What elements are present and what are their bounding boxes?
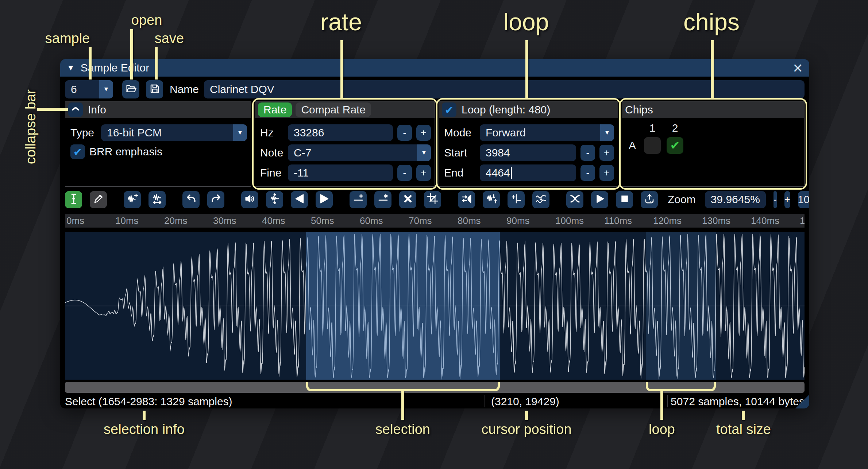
tool-apply-silence-button[interactable] — [374, 191, 391, 208]
annotation-selection-info: selection info — [104, 422, 185, 437]
annotation-outline-rate — [252, 98, 437, 190]
check-icon: ✔ — [73, 146, 82, 158]
tool-undo-button[interactable] — [182, 191, 200, 208]
annotation-line-rate — [340, 40, 343, 98]
annotation-chips: chips — [683, 8, 740, 36]
annotation-brace-selection — [306, 382, 500, 391]
wave-stretch-icon — [152, 193, 163, 206]
ruler-tick: 30ms — [212, 215, 236, 226]
stop-icon — [619, 193, 630, 206]
open-sample-button[interactable] — [122, 80, 139, 98]
window-collapse-triangle-icon[interactable]: ▼ — [67, 63, 75, 73]
ruler-tick: 50ms — [309, 215, 334, 226]
save-sample-button[interactable] — [146, 80, 163, 98]
tool-resample-icon-button[interactable] — [148, 191, 166, 208]
tool-draw-button[interactable] — [90, 191, 107, 208]
chevron-up-icon — [71, 104, 80, 116]
brr-emphasis-label: BRR emphasis — [89, 146, 162, 158]
type-combo[interactable]: 16-bit PCM ▼ — [101, 124, 247, 141]
ruler-tick: 110ms — [603, 215, 632, 226]
annotation-selection: selection — [375, 422, 430, 437]
selection-info-text: Select (1654-2983: 1329 samples) — [65, 395, 232, 408]
ruler-tick: 20ms — [163, 215, 188, 226]
ruler-tick: 100ms — [554, 215, 584, 226]
zoom-input[interactable]: 39.9645% — [705, 191, 766, 208]
chevron-down-icon[interactable]: ▼ — [99, 80, 113, 98]
cursor-position-text: (3210, 19429) — [491, 395, 559, 408]
annotation-loop: loop — [504, 8, 549, 36]
zoom-in-button[interactable]: + — [784, 191, 790, 208]
ibeam-cursor-icon — [68, 193, 79, 206]
close-icon[interactable]: × — [793, 61, 803, 75]
pencil-icon — [93, 193, 104, 206]
chevron-down-icon[interactable]: ▼ — [233, 124, 247, 141]
tool-play-button[interactable] — [591, 191, 608, 208]
annotation-outline-loop — [436, 98, 621, 190]
line-plus-icon — [353, 193, 364, 206]
line-asterisk-icon — [378, 193, 389, 206]
tool-select-button[interactable] — [65, 191, 82, 208]
page: { "ui": { "minus": "-", "plus": "+" }, "… — [0, 0, 868, 469]
type-value: 16-bit PCM — [101, 127, 233, 139]
ruler-tick: 120ms — [652, 215, 682, 226]
annotation-stem-selection — [401, 391, 404, 420]
wave-vertical-arrows-icon — [269, 193, 280, 206]
tool-invert-button[interactable] — [483, 191, 500, 208]
tool-fade-in-button[interactable] — [291, 191, 308, 208]
titlebar[interactable]: ▼ Sample Editor × — [60, 59, 809, 77]
tool-resize-button[interactable] — [124, 191, 141, 208]
loop-region-overlay[interactable] — [646, 232, 716, 380]
play-icon — [594, 193, 605, 206]
tool-fade-out-button[interactable] — [316, 191, 333, 208]
info-panel: Info Type 16-bit PCM ▼ ✔ BRR emphasis — [65, 101, 251, 187]
annotation-line-cursor-position — [525, 411, 528, 420]
wave-flip-icon — [486, 193, 497, 206]
tool-trim-button[interactable] — [424, 191, 441, 208]
tool-stop-button[interactable] — [616, 191, 633, 208]
tool-create-instrument-button[interactable] — [641, 191, 658, 208]
name-input[interactable]: Clarinet DQV — [204, 80, 805, 98]
wave-plus-icon — [127, 193, 138, 206]
tool-filter-button[interactable] — [532, 191, 549, 208]
ruler-tick: 80ms — [456, 215, 481, 226]
selection-overlay[interactable] — [306, 232, 500, 380]
status-bar: Select (1654-2983: 1329 samples) (3210, … — [65, 394, 805, 408]
resize-grip[interactable] — [795, 395, 809, 408]
tool-insert-silence-button[interactable] — [350, 191, 367, 208]
folder-open-icon — [126, 83, 136, 96]
window-title: Sample Editor — [81, 62, 793, 74]
annotation-save: save — [155, 31, 184, 46]
tool-amplify-button[interactable] — [241, 191, 258, 208]
ruler-tick: 10ms — [114, 215, 139, 226]
tool-sign-convert-button[interactable] — [508, 191, 525, 208]
type-label: Type — [70, 127, 97, 139]
tool-normalize-button[interactable] — [266, 191, 283, 208]
tool-crossfade-loop-button[interactable] — [566, 191, 583, 208]
ruler-tick: 90ms — [505, 215, 530, 226]
zoom-reset-button[interactable]: 100% — [798, 191, 809, 208]
annotation-loop-bottom: loop — [649, 422, 675, 437]
sample-select-combo[interactable]: 6 ▼ — [65, 80, 113, 98]
tool-redo-button[interactable] — [207, 191, 224, 208]
brr-emphasis-checkbox[interactable]: ✔ — [70, 144, 85, 159]
annotation-line-loop — [525, 40, 528, 98]
tool-delete-button[interactable] — [399, 191, 416, 208]
annotation-line-total-size — [742, 411, 745, 420]
sample-row: 6 ▼ Name Clarinet DQV — [65, 80, 805, 98]
annotation-cursor-position: cursor position — [481, 422, 571, 437]
annotation-line-sample — [89, 47, 92, 80]
crop-icon — [427, 193, 438, 206]
sample-number: 6 — [65, 83, 99, 96]
undo-icon — [186, 193, 197, 206]
tool-reverse-button[interactable] — [458, 191, 475, 208]
name-value: Clarinet DQV — [210, 83, 274, 96]
collapse-info-button[interactable] — [68, 102, 83, 117]
info-panel-body: Type 16-bit PCM ▼ ✔ BRR emphasis — [65, 118, 251, 186]
filter-wave-icon — [536, 193, 547, 206]
annotation-rate: rate — [320, 8, 362, 36]
annotation-line-save — [155, 47, 158, 80]
status-separator — [667, 395, 668, 407]
zoom-out-button[interactable]: - — [774, 191, 777, 208]
waveform-display[interactable] — [65, 232, 805, 380]
annotation-total-size: total size — [716, 422, 771, 437]
